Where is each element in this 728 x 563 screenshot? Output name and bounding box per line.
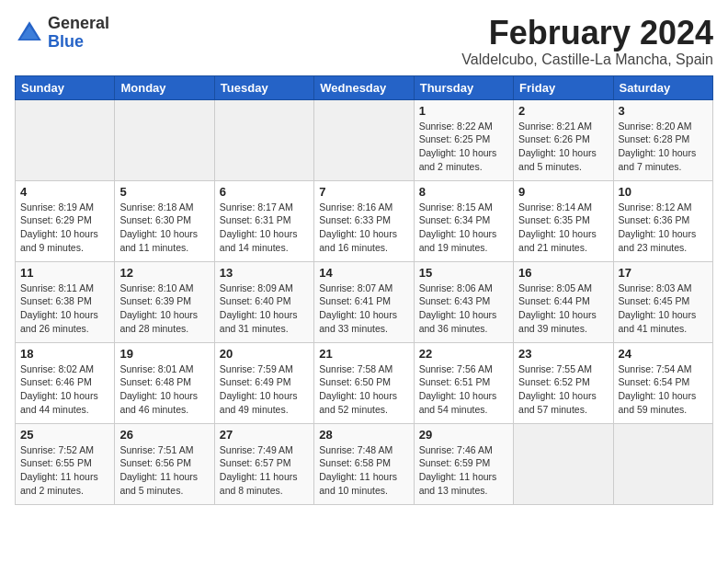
weekday-header-row: SundayMondayTuesdayWednesdayThursdayFrid… bbox=[16, 75, 713, 99]
day-info: Sunrise: 7:59 AM Sunset: 6:49 PM Dayligh… bbox=[220, 362, 309, 417]
day-cell: 19Sunrise: 8:01 AM Sunset: 6:48 PM Dayli… bbox=[115, 342, 214, 423]
day-cell: 2Sunrise: 8:21 AM Sunset: 6:26 PM Daylig… bbox=[514, 99, 613, 180]
week-row: 1Sunrise: 8:22 AM Sunset: 6:25 PM Daylig… bbox=[16, 99, 713, 180]
day-info: Sunrise: 8:09 AM Sunset: 6:40 PM Dayligh… bbox=[220, 282, 309, 336]
calendar-table: SundayMondayTuesdayWednesdayThursdayFrid… bbox=[15, 75, 713, 505]
day-cell: 16Sunrise: 8:05 AM Sunset: 6:44 PM Dayli… bbox=[514, 261, 613, 342]
weekday-header: Tuesday bbox=[214, 75, 313, 99]
day-number: 6 bbox=[220, 185, 309, 199]
day-info: Sunrise: 7:58 AM Sunset: 6:50 PM Dayligh… bbox=[319, 362, 408, 417]
day-info: Sunrise: 8:14 AM Sunset: 6:35 PM Dayligh… bbox=[518, 201, 608, 255]
day-cell: 7Sunrise: 8:16 AM Sunset: 6:33 PM Daylig… bbox=[314, 180, 414, 261]
day-cell: 3Sunrise: 8:20 AM Sunset: 6:28 PM Daylig… bbox=[613, 99, 712, 180]
week-row: 11Sunrise: 8:11 AM Sunset: 6:38 PM Dayli… bbox=[16, 261, 713, 342]
day-cell: 12Sunrise: 8:10 AM Sunset: 6:39 PM Dayli… bbox=[115, 261, 214, 342]
day-info: Sunrise: 7:56 AM Sunset: 6:51 PM Dayligh… bbox=[419, 362, 508, 417]
week-row: 18Sunrise: 8:02 AM Sunset: 6:46 PM Dayli… bbox=[16, 342, 713, 423]
day-cell: 8Sunrise: 8:15 AM Sunset: 6:34 PM Daylig… bbox=[414, 180, 513, 261]
day-cell: 25Sunrise: 7:52 AM Sunset: 6:55 PM Dayli… bbox=[16, 423, 115, 504]
day-number: 19 bbox=[119, 347, 209, 361]
day-number: 2 bbox=[518, 104, 608, 118]
day-number: 27 bbox=[220, 428, 309, 442]
day-info: Sunrise: 8:07 AM Sunset: 6:41 PM Dayligh… bbox=[319, 282, 408, 336]
day-cell: 18Sunrise: 8:02 AM Sunset: 6:46 PM Dayli… bbox=[16, 342, 115, 423]
day-cell bbox=[613, 423, 712, 504]
week-row: 25Sunrise: 7:52 AM Sunset: 6:55 PM Dayli… bbox=[16, 423, 713, 504]
day-number: 22 bbox=[419, 347, 508, 361]
day-info: Sunrise: 8:05 AM Sunset: 6:44 PM Dayligh… bbox=[518, 282, 608, 336]
day-number: 24 bbox=[619, 347, 708, 361]
day-number: 16 bbox=[518, 266, 608, 280]
day-number: 1 bbox=[419, 104, 508, 118]
day-cell: 29Sunrise: 7:46 AM Sunset: 6:59 PM Dayli… bbox=[414, 423, 513, 504]
day-cell: 21Sunrise: 7:58 AM Sunset: 6:50 PM Dayli… bbox=[314, 342, 414, 423]
day-number: 28 bbox=[319, 428, 408, 442]
day-number: 17 bbox=[619, 266, 708, 280]
day-cell: 17Sunrise: 8:03 AM Sunset: 6:45 PM Dayli… bbox=[613, 261, 712, 342]
day-info: Sunrise: 7:54 AM Sunset: 6:54 PM Dayligh… bbox=[619, 362, 708, 417]
day-cell: 28Sunrise: 7:48 AM Sunset: 6:58 PM Dayli… bbox=[314, 423, 414, 504]
day-info: Sunrise: 8:19 AM Sunset: 6:29 PM Dayligh… bbox=[20, 201, 109, 255]
day-number: 12 bbox=[119, 266, 209, 280]
day-info: Sunrise: 8:17 AM Sunset: 6:31 PM Dayligh… bbox=[220, 201, 309, 255]
day-cell: 5Sunrise: 8:18 AM Sunset: 6:30 PM Daylig… bbox=[115, 180, 214, 261]
day-cell: 1Sunrise: 8:22 AM Sunset: 6:25 PM Daylig… bbox=[414, 99, 513, 180]
day-info: Sunrise: 8:10 AM Sunset: 6:39 PM Dayligh… bbox=[119, 282, 209, 336]
day-cell: 15Sunrise: 8:06 AM Sunset: 6:43 PM Dayli… bbox=[414, 261, 513, 342]
day-number: 9 bbox=[518, 185, 608, 199]
weekday-header: Friday bbox=[514, 75, 613, 99]
day-info: Sunrise: 7:48 AM Sunset: 6:58 PM Dayligh… bbox=[319, 443, 408, 498]
day-number: 3 bbox=[619, 104, 708, 118]
day-info: Sunrise: 7:52 AM Sunset: 6:55 PM Dayligh… bbox=[20, 443, 109, 498]
day-number: 10 bbox=[619, 185, 708, 199]
day-number: 18 bbox=[20, 347, 109, 361]
day-info: Sunrise: 7:46 AM Sunset: 6:59 PM Dayligh… bbox=[419, 443, 508, 498]
day-info: Sunrise: 8:21 AM Sunset: 6:26 PM Dayligh… bbox=[518, 120, 608, 174]
day-cell bbox=[214, 99, 313, 180]
weekday-header: Sunday bbox=[16, 75, 115, 99]
day-number: 13 bbox=[220, 266, 309, 280]
weekday-header: Saturday bbox=[613, 75, 712, 99]
logo-blue: Blue bbox=[48, 32, 84, 51]
day-info: Sunrise: 8:22 AM Sunset: 6:25 PM Dayligh… bbox=[419, 120, 508, 174]
day-info: Sunrise: 8:12 AM Sunset: 6:36 PM Dayligh… bbox=[619, 201, 708, 255]
month-title: February 2024 bbox=[461, 15, 713, 52]
weekday-header: Monday bbox=[115, 75, 214, 99]
day-number: 11 bbox=[20, 266, 109, 280]
day-cell bbox=[514, 423, 613, 504]
day-number: 26 bbox=[119, 428, 209, 442]
day-cell: 6Sunrise: 8:17 AM Sunset: 6:31 PM Daylig… bbox=[214, 180, 313, 261]
day-cell: 26Sunrise: 7:51 AM Sunset: 6:56 PM Dayli… bbox=[115, 423, 214, 504]
title-block: February 2024 Valdelcubo, Castille-La Ma… bbox=[461, 15, 713, 68]
day-cell: 22Sunrise: 7:56 AM Sunset: 6:51 PM Dayli… bbox=[414, 342, 513, 423]
day-number: 15 bbox=[419, 266, 508, 280]
day-info: Sunrise: 8:06 AM Sunset: 6:43 PM Dayligh… bbox=[419, 282, 508, 336]
logo: General Blue bbox=[15, 15, 109, 52]
day-cell bbox=[314, 99, 414, 180]
day-info: Sunrise: 8:18 AM Sunset: 6:30 PM Dayligh… bbox=[119, 201, 209, 255]
day-cell: 20Sunrise: 7:59 AM Sunset: 6:49 PM Dayli… bbox=[214, 342, 313, 423]
day-info: Sunrise: 8:16 AM Sunset: 6:33 PM Dayligh… bbox=[319, 201, 408, 255]
day-info: Sunrise: 8:02 AM Sunset: 6:46 PM Dayligh… bbox=[20, 362, 109, 417]
day-cell: 13Sunrise: 8:09 AM Sunset: 6:40 PM Dayli… bbox=[214, 261, 313, 342]
weekday-header: Thursday bbox=[414, 75, 513, 99]
day-cell bbox=[16, 99, 115, 180]
day-cell: 24Sunrise: 7:54 AM Sunset: 6:54 PM Dayli… bbox=[613, 342, 712, 423]
day-info: Sunrise: 8:11 AM Sunset: 6:38 PM Dayligh… bbox=[20, 282, 109, 336]
day-number: 4 bbox=[20, 185, 109, 199]
day-cell: 11Sunrise: 8:11 AM Sunset: 6:38 PM Dayli… bbox=[16, 261, 115, 342]
weekday-header: Wednesday bbox=[314, 75, 414, 99]
location: Valdelcubo, Castille-La Mancha, Spain bbox=[461, 52, 713, 68]
logo-icon bbox=[15, 18, 44, 48]
day-number: 8 bbox=[419, 185, 508, 199]
day-number: 5 bbox=[119, 185, 209, 199]
day-number: 29 bbox=[419, 428, 508, 442]
day-cell: 14Sunrise: 8:07 AM Sunset: 6:41 PM Dayli… bbox=[314, 261, 414, 342]
day-cell: 27Sunrise: 7:49 AM Sunset: 6:57 PM Dayli… bbox=[214, 423, 313, 504]
day-info: Sunrise: 7:51 AM Sunset: 6:56 PM Dayligh… bbox=[119, 443, 209, 498]
day-info: Sunrise: 8:01 AM Sunset: 6:48 PM Dayligh… bbox=[119, 362, 209, 417]
day-cell: 10Sunrise: 8:12 AM Sunset: 6:36 PM Dayli… bbox=[613, 180, 712, 261]
day-cell: 4Sunrise: 8:19 AM Sunset: 6:29 PM Daylig… bbox=[16, 180, 115, 261]
page-header: General Blue February 2024 Valdelcubo, C… bbox=[15, 15, 713, 68]
week-row: 4Sunrise: 8:19 AM Sunset: 6:29 PM Daylig… bbox=[16, 180, 713, 261]
